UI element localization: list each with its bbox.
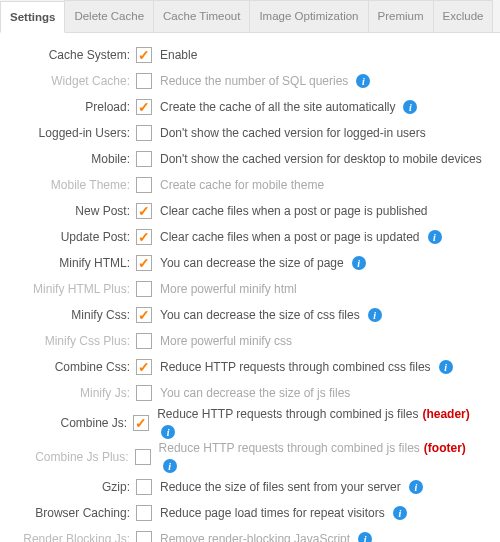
setting-desc: Create cache for mobile theme	[160, 178, 324, 192]
info-icon[interactable]: i	[439, 360, 453, 374]
checkbox[interactable]	[136, 151, 152, 167]
tab-bar: SettingsDelete CacheCache TimeoutImage O…	[0, 0, 500, 33]
checkbox[interactable]	[136, 333, 152, 349]
settings-panel: Cache System:EnableWidget Cache:Reduce t…	[0, 33, 500, 542]
setting-desc: You can decrease the size of js files	[160, 386, 350, 400]
info-icon[interactable]: i	[163, 459, 177, 473]
info-icon[interactable]: i	[393, 506, 407, 520]
checkbox[interactable]	[136, 125, 152, 141]
setting-row: Update Post:Clear cache files when a pos…	[8, 225, 484, 249]
setting-label: Mobile:	[8, 152, 136, 166]
checkbox[interactable]	[136, 281, 152, 297]
setting-label: Combine Css:	[8, 360, 136, 374]
setting-desc: Remove render-blocking JavaScripti	[160, 532, 372, 542]
setting-desc: Reduce HTTP requests through combined cs…	[160, 360, 453, 374]
checkbox[interactable]	[136, 385, 152, 401]
setting-desc: Reduce HTTP requests through combined js…	[159, 441, 484, 473]
info-icon[interactable]: i	[409, 480, 423, 494]
setting-desc: More powerful minify html	[160, 282, 297, 296]
tab-delete-cache[interactable]: Delete Cache	[64, 0, 154, 32]
setting-desc: More powerful minify css	[160, 334, 292, 348]
checkbox[interactable]	[136, 359, 152, 375]
setting-row: Minify HTML:You can decrease the size of…	[8, 251, 484, 275]
setting-desc: Enable	[160, 48, 197, 62]
setting-row: Minify Css Plus:More powerful minify css	[8, 329, 484, 353]
setting-row: Render Blocking Js:Remove render-blockin…	[8, 527, 484, 542]
checkbox[interactable]	[136, 479, 152, 495]
setting-row: Minify Js:You can decrease the size of j…	[8, 381, 484, 405]
setting-desc: You can decrease the size of pagei	[160, 256, 366, 270]
setting-row: Widget Cache:Reduce the number of SQL qu…	[8, 69, 484, 93]
setting-desc: You can decrease the size of css filesi	[160, 308, 382, 322]
checkbox[interactable]	[136, 307, 152, 323]
setting-label: Mobile Theme:	[8, 178, 136, 192]
setting-desc: Reduce page load times for repeat visito…	[160, 506, 407, 520]
tab-premium[interactable]: Premium	[368, 0, 434, 32]
setting-row: Logged-in Users:Don't show the cached ve…	[8, 121, 484, 145]
setting-row: Gzip:Reduce the size of files sent from …	[8, 475, 484, 499]
checkbox[interactable]	[136, 177, 152, 193]
setting-desc: Reduce the number of SQL queriesi	[160, 74, 370, 88]
info-icon[interactable]: i	[161, 425, 175, 439]
info-icon[interactable]: i	[403, 100, 417, 114]
setting-label: Combine Js:	[8, 416, 133, 430]
setting-desc: Create the cache of all the site automat…	[160, 100, 417, 114]
setting-desc: Don't show the cached version for logged…	[160, 126, 426, 140]
setting-desc: Reduce HTTP requests through combined js…	[157, 407, 484, 439]
checkbox[interactable]	[136, 47, 152, 63]
setting-label: Update Post:	[8, 230, 136, 244]
tab-exclude[interactable]: Exclude	[433, 0, 494, 32]
checkbox[interactable]	[136, 531, 152, 542]
checkbox[interactable]	[136, 203, 152, 219]
setting-label: Preload:	[8, 100, 136, 114]
setting-row: Combine Js:Reduce HTTP requests through …	[8, 407, 484, 439]
extra-note: (header)	[422, 407, 469, 421]
setting-label: Minify HTML Plus:	[8, 282, 136, 296]
setting-row: Mobile:Don't show the cached version for…	[8, 147, 484, 171]
setting-label: Cache System:	[8, 48, 136, 62]
info-icon[interactable]: i	[428, 230, 442, 244]
setting-row: Combine Js Plus:Reduce HTTP requests thr…	[8, 441, 484, 473]
setting-desc: Clear cache files when a post or page is…	[160, 204, 428, 218]
tab-settings[interactable]: Settings	[0, 1, 65, 33]
setting-row: Cache System:Enable	[8, 43, 484, 67]
info-icon[interactable]: i	[368, 308, 382, 322]
setting-desc: Reduce the size of files sent from your …	[160, 480, 423, 494]
info-icon[interactable]: i	[358, 532, 372, 542]
setting-label: Render Blocking Js:	[8, 532, 136, 542]
checkbox[interactable]	[136, 99, 152, 115]
setting-row: Preload:Create the cache of all the site…	[8, 95, 484, 119]
info-icon[interactable]: i	[352, 256, 366, 270]
checkbox[interactable]	[136, 229, 152, 245]
checkbox[interactable]	[135, 449, 151, 465]
setting-row: Combine Css:Reduce HTTP requests through…	[8, 355, 484, 379]
checkbox[interactable]	[136, 255, 152, 271]
setting-label: Logged-in Users:	[8, 126, 136, 140]
tab-cache-timeout[interactable]: Cache Timeout	[153, 0, 250, 32]
checkbox[interactable]	[136, 505, 152, 521]
extra-note: (footer)	[424, 441, 466, 455]
setting-desc: Clear cache files when a post or page is…	[160, 230, 442, 244]
setting-row: Mobile Theme:Create cache for mobile the…	[8, 173, 484, 197]
tab-image-optimization[interactable]: Image Optimization	[249, 0, 368, 32]
setting-label: Widget Cache:	[8, 74, 136, 88]
checkbox[interactable]	[133, 415, 149, 431]
setting-label: Browser Caching:	[8, 506, 136, 520]
checkbox[interactable]	[136, 73, 152, 89]
setting-label: Minify Js:	[8, 386, 136, 400]
setting-label: Minify Css Plus:	[8, 334, 136, 348]
setting-row: Browser Caching:Reduce page load times f…	[8, 501, 484, 525]
setting-label: Combine Js Plus:	[8, 450, 135, 464]
setting-row: Minify Css:You can decrease the size of …	[8, 303, 484, 327]
setting-label: New Post:	[8, 204, 136, 218]
setting-label: Minify Css:	[8, 308, 136, 322]
setting-label: Gzip:	[8, 480, 136, 494]
setting-row: New Post:Clear cache files when a post o…	[8, 199, 484, 223]
setting-label: Minify HTML:	[8, 256, 136, 270]
info-icon[interactable]: i	[356, 74, 370, 88]
setting-desc: Don't show the cached version for deskto…	[160, 152, 482, 166]
setting-row: Minify HTML Plus:More powerful minify ht…	[8, 277, 484, 301]
